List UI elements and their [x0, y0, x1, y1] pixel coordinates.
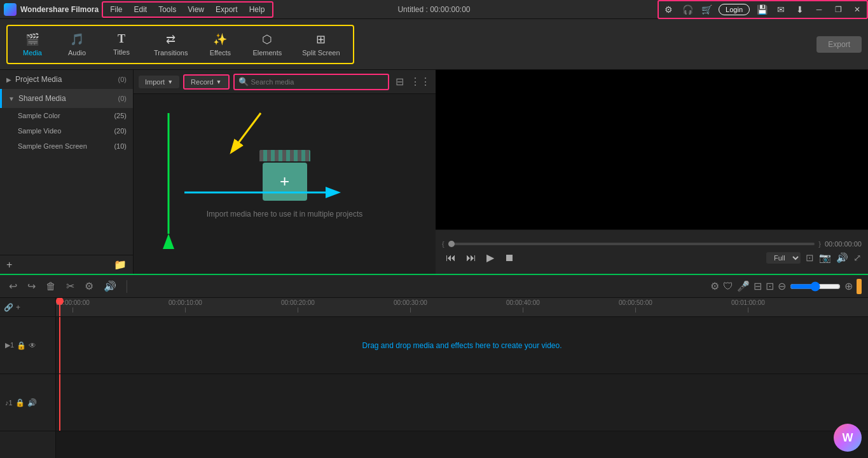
preview-snapshot-icon[interactable]: 📷 — [819, 252, 831, 264]
login-button[interactable]: Login — [719, 4, 750, 15]
toolbar-audio[interactable]: 🎵 Audio — [55, 29, 99, 60]
audio-track-num: ♪1 — [5, 399, 13, 407]
menu-help[interactable]: Help — [244, 4, 270, 15]
maximize-button[interactable]: ❐ — [829, 0, 848, 19]
sample-green-screen-item[interactable]: Sample Green Screen (10) — [0, 138, 133, 154]
media-panel: Import ▼ Record ▼ 🔍 ⊟ ⋮⋮ + — [134, 70, 436, 274]
sample-green-screen-count: (10) — [114, 142, 127, 150]
timeline-layout-icon[interactable]: ⊟ — [754, 280, 762, 292]
toolbar-transitions[interactable]: ⇄ Transitions — [144, 29, 198, 60]
minimize-button[interactable]: ─ — [809, 0, 829, 19]
menu-view[interactable]: View — [183, 4, 209, 15]
video-track-lock[interactable]: 🔒 — [17, 341, 26, 350]
close-button[interactable]: ✕ — [848, 0, 867, 19]
audio-icon: 🎵 — [70, 32, 84, 46]
timeline-add-track-icon[interactable]: + — [16, 303, 20, 312]
watermark-icon: W — [843, 431, 853, 445]
timeline-ruler: 00:00:00:00 00:00:10:00 00:00:20:00 00:0… — [56, 298, 868, 317]
audio-track-volume[interactable]: 🔊 — [27, 398, 37, 407]
preview-play-button[interactable]: ▶ — [483, 252, 498, 264]
import-caret-icon: ▼ — [167, 79, 173, 85]
elements-label: Elements — [252, 49, 282, 57]
ruler-marks: 00:00:00:00 00:00:10:00 00:00:20:00 00:0… — [56, 298, 868, 316]
timeline-zoom-slider[interactable] — [790, 281, 841, 292]
preview-volume-icon[interactable]: 🔊 — [836, 252, 848, 264]
timeline-detach-icon[interactable]: ⊡ — [766, 280, 774, 292]
app-logo — [4, 3, 17, 16]
transitions-label: Transitions — [154, 49, 188, 57]
timeline-redo-icon[interactable]: ↪ — [25, 279, 38, 293]
timeline-mic-icon[interactable]: 🎤 — [737, 280, 750, 292]
mail-icon[interactable]: ✉ — [771, 0, 790, 19]
panel-folder-icon[interactable]: 📁 — [114, 259, 127, 271]
menu-edit[interactable]: Edit — [128, 4, 152, 15]
video-track-visibility[interactable]: 👁 — [29, 341, 36, 350]
menu-file[interactable]: File — [105, 4, 127, 15]
timeline-zoom-out-icon[interactable]: ⊖ — [778, 280, 786, 292]
timeline-tracks: 00:00:00:00 00:00:10:00 00:00:20:00 00:0… — [56, 298, 868, 458]
timeline-right-tools: ⚙ 🛡 🎤 ⊟ ⊡ ⊖ ⊕ — [710, 279, 862, 294]
timeline-record-indicator[interactable] — [857, 279, 862, 294]
toolbar-media[interactable]: 🎬 Media — [10, 29, 55, 60]
sample-color-item[interactable]: Sample Color (25) — [0, 108, 133, 123]
timeline-shield-icon[interactable]: 🛡 — [723, 281, 733, 292]
toolbar-elements[interactable]: ⬡ Elements — [242, 29, 292, 60]
preview-step-back-button[interactable]: ⏮ — [442, 252, 460, 264]
audio-track-lock[interactable]: 🔒 — [15, 398, 25, 407]
timeline-adjust-icon[interactable]: ⚙ — [82, 279, 96, 293]
splitscreen-icon: ⊞ — [316, 32, 326, 46]
timeline-undo-icon[interactable]: ↩ — [6, 279, 20, 293]
timeline-content: 🔗 + ▶1 🔒 👁 ♪1 🔒 🔊 00:00:00:0 — [0, 298, 868, 458]
project-media-label: Project Media — [15, 75, 62, 84]
timeline-delete-icon[interactable]: 🗑 — [43, 280, 59, 293]
right-controls: ⚙ 🎧 🛒 Login 💾 ✉ ⬇ ─ ❐ ✕ — [658, 0, 868, 19]
shared-media-item[interactable]: ▼ Shared Media (0) — [0, 89, 133, 108]
timeline-audio-icon[interactable]: 🔊 — [101, 279, 119, 293]
toolbar-splitscreen[interactable]: ⊞ Split Screen — [292, 29, 350, 60]
preview-frame-back-button[interactable]: ⏭ — [462, 252, 480, 264]
playhead[interactable] — [59, 298, 60, 316]
import-hint: Import media here to use it in multiple … — [207, 210, 362, 219]
headphone-icon[interactable]: 🎧 — [678, 0, 697, 19]
effects-label: Effects — [210, 49, 231, 57]
record-button[interactable]: Record ▼ — [183, 74, 229, 90]
preview-timeline-bar: { } 00:00:00:00 — [442, 240, 862, 248]
timeline-zoom-in-icon[interactable]: ⊕ — [844, 280, 853, 292]
download-icon[interactable]: ⬇ — [790, 0, 809, 19]
preview-zoom-select[interactable]: Full 1/2 1/4 — [766, 252, 801, 264]
menu-tools[interactable]: Tools — [153, 4, 181, 15]
video-track[interactable]: Drag and drop media and effects here to … — [56, 317, 868, 374]
audio-track[interactable] — [56, 374, 868, 431]
preview-fullscreen-icon[interactable]: ⊡ — [806, 252, 814, 264]
toolbar-effects[interactable]: ✨ Effects — [198, 29, 242, 60]
timeline: ↩ ↪ 🗑 ✂ ⚙ 🔊 ⚙ 🛡 🎤 ⊟ ⊡ ⊖ ⊕ 🔗 + — [0, 274, 868, 458]
preview-progress[interactable] — [448, 243, 815, 245]
preview-thumb[interactable] — [448, 241, 455, 247]
search-input[interactable] — [251, 78, 385, 86]
cart-icon[interactable]: 🛒 — [697, 0, 716, 19]
project-media-item[interactable]: ▶ Project Media (0) — [0, 70, 133, 89]
export-button[interactable]: Export — [816, 36, 862, 53]
search-box[interactable]: 🔍 — [233, 74, 390, 90]
clapboard-stripe — [259, 150, 310, 161]
more-icon[interactable]: ⋮⋮ — [410, 76, 431, 88]
project-media-arrow: ▶ — [6, 76, 11, 83]
main-content: ▶ Project Media (0) ▼ Shared Media (0) S… — [0, 70, 868, 274]
sample-video-item[interactable]: Sample Video (20) — [0, 123, 133, 138]
menu-export[interactable]: Export — [210, 4, 243, 15]
preview-stop-button[interactable]: ⏹ — [500, 252, 518, 264]
timeline-link-icon[interactable]: 🔗 — [4, 303, 13, 312]
save-icon[interactable]: 💾 — [752, 0, 771, 19]
preview-expand-icon[interactable]: ⤢ — [853, 252, 862, 264]
video-track-num: ▶1 — [5, 341, 14, 349]
panel-add-icon[interactable]: + — [6, 259, 12, 271]
filter-icon[interactable]: ⊟ — [396, 76, 404, 88]
timeline-settings-icon[interactable]: ⚙ — [710, 280, 719, 292]
toolbar-titles[interactable]: T Titles — [99, 29, 144, 60]
video-track-playhead — [59, 317, 60, 374]
settings-icon[interactable]: ⚙ — [659, 0, 678, 19]
timeline-cut-icon[interactable]: ✂ — [64, 279, 77, 293]
shared-media-label: Shared Media — [18, 94, 66, 103]
ruler-mark-3: 00:00:30:00 — [394, 298, 427, 313]
import-button[interactable]: Import ▼ — [139, 76, 179, 88]
